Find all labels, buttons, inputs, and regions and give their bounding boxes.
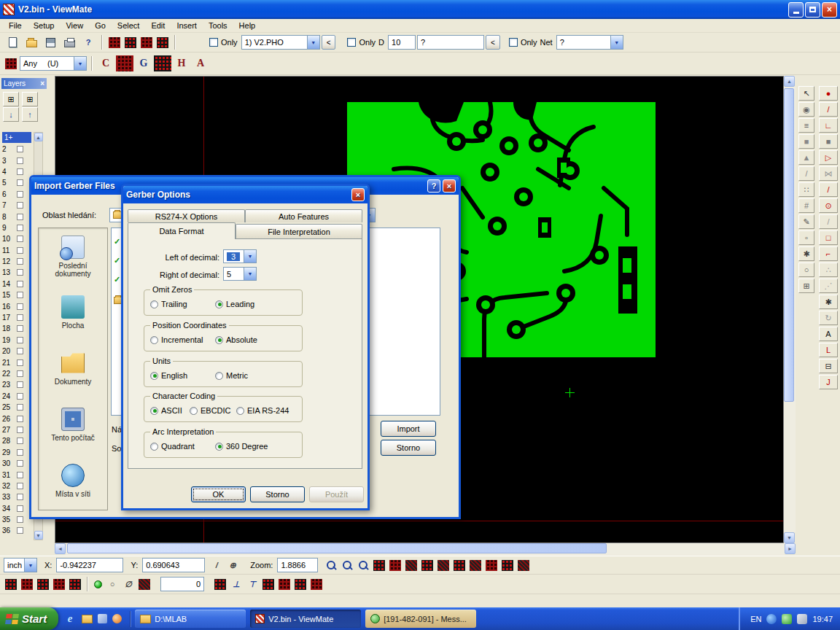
layer-row[interactable]: 4 <box>2 166 33 177</box>
radio-eia-rs244[interactable]: EIA RS-244 <box>236 406 289 415</box>
layer-row[interactable]: 14 <box>2 279 33 289</box>
radio-incremental[interactable]: Incremental <box>150 335 203 344</box>
edge-mark-icon[interactable] <box>21 579 33 590</box>
pad-mode-icon[interactable] <box>69 579 81 590</box>
pan-mode-icon[interactable] <box>486 560 497 571</box>
only-dcode-checkbox[interactable] <box>347 38 356 47</box>
layer-visibility-box[interactable] <box>17 337 23 343</box>
menu-item[interactable]: Insert <box>171 20 203 31</box>
layer-row[interactable]: 24 <box>2 391 33 402</box>
layer-row[interactable]: 15 <box>2 289 33 300</box>
pad-draw-icon[interactable]: ● <box>819 86 838 101</box>
messenger-tray-icon[interactable] <box>782 614 792 624</box>
chevron-down-icon[interactable]: ▼ <box>307 36 319 49</box>
tab-auto-features[interactable]: Auto Features <box>245 209 362 222</box>
trace-draw-icon[interactable]: / <box>819 102 838 117</box>
origin-icon[interactable]: ⊕ <box>227 560 238 571</box>
apply-button[interactable]: Použít <box>309 486 364 502</box>
plot-icon[interactable]: ⊟ <box>819 359 838 373</box>
layer-visibility-box[interactable] <box>17 404 23 411</box>
layer-visibility-box[interactable] <box>17 191 23 198</box>
only-net-checkbox[interactable] <box>509 38 518 47</box>
layer-visibility-box[interactable] <box>17 303 23 310</box>
layer-row[interactable]: 9 <box>2 222 33 233</box>
cancel-button[interactable]: Storno <box>381 440 436 456</box>
place-desktop[interactable]: Plocha <box>39 284 107 341</box>
pad-mark-icon[interactable] <box>295 579 306 590</box>
layer-row[interactable]: 11 <box>2 245 33 256</box>
l-tool-icon[interactable]: L <box>819 343 838 357</box>
chevron-down-icon[interactable]: ▼ <box>24 559 36 572</box>
layer-row[interactable]: 8 <box>2 211 33 222</box>
layer-row[interactable]: 29 <box>2 447 33 458</box>
place-network[interactable]: Místa v síti <box>39 453 107 509</box>
show-desktop-icon[interactable] <box>98 614 107 623</box>
layer-row[interactable]: 21 <box>2 357 33 368</box>
help-icon[interactable]: ? <box>427 179 440 192</box>
layer-row[interactable]: 12 <box>2 256 33 267</box>
layer-row[interactable]: 32 <box>2 481 33 491</box>
layer-table-icon[interactable]: ⊞ <box>3 92 19 106</box>
layer-row[interactable]: 33 <box>2 491 33 502</box>
dot-grid-icon[interactable] <box>214 579 226 590</box>
corner-draw-icon[interactable]: ∟ <box>819 118 838 133</box>
menu-item[interactable]: Tools <box>203 20 233 31</box>
anchor-up-icon[interactable]: ⊤ <box>246 579 258 590</box>
layer-visibility-box[interactable] <box>17 393 23 400</box>
menu-item[interactable]: View <box>60 20 89 31</box>
gerber-dialog-titlebar[interactable]: Gerber Options × <box>123 186 368 203</box>
layer-visibility-box[interactable] <box>17 494 23 500</box>
radio-leading[interactable]: Leading <box>215 300 254 308</box>
grid-display-icon[interactable] <box>373 560 385 571</box>
hatch-icon[interactable]: # <box>798 198 814 213</box>
overlay-icon[interactable] <box>502 560 513 571</box>
print-icon[interactable] <box>61 34 78 50</box>
circle-aperture-icon[interactable]: C <box>97 55 114 71</box>
aperture-table-icon[interactable] <box>109 37 120 48</box>
layer-row[interactable]: 36 <box>2 525 33 536</box>
volume-tray-icon[interactable] <box>797 614 807 624</box>
move-layer-up-icon[interactable]: ↑ <box>22 107 38 122</box>
context-help-icon[interactable]: ? <box>79 34 97 50</box>
mirror-icon[interactable]: ⋈ <box>819 166 838 181</box>
layer-visibility-box[interactable] <box>17 527 23 534</box>
filled-square-icon[interactable]: ■ <box>798 134 814 149</box>
layer-visibility-box[interactable] <box>17 472 23 478</box>
measure-diagonal-icon[interactable]: / <box>211 560 222 571</box>
layer-row[interactable]: 28 <box>2 435 33 446</box>
step-repeat-icon[interactable] <box>470 560 481 571</box>
radio-ascii[interactable]: ASCII <box>150 406 182 415</box>
chevron-down-icon[interactable]: ▼ <box>610 36 623 49</box>
layer-visibility-box[interactable] <box>17 146 23 152</box>
layer-row[interactable]: 35 <box>2 514 33 525</box>
layer-visibility-box[interactable] <box>17 202 23 209</box>
scroll-down-icon[interactable]: ▼ <box>34 531 43 540</box>
anchor-down-icon[interactable]: ⊥ <box>230 579 242 590</box>
radio-absolute[interactable]: Absolute <box>215 335 257 344</box>
layer-visibility-box[interactable] <box>17 449 23 456</box>
hscroll-thumb[interactable] <box>67 543 607 553</box>
menu-item[interactable]: Help <box>233 20 262 31</box>
place-my-computer[interactable]: Tento počítač <box>39 397 107 453</box>
net-combo[interactable]: ? ▼ <box>556 35 623 50</box>
zoom-field[interactable]: 1.8866 <box>277 558 318 572</box>
net-table-icon[interactable] <box>157 37 168 48</box>
via-mark-icon[interactable] <box>279 579 290 590</box>
scroll-up-icon[interactable]: ▲ <box>784 76 795 87</box>
layer-row[interactable]: 18 <box>2 323 33 334</box>
trace-mark-icon[interactable] <box>311 579 322 590</box>
restore-button[interactable] <box>805 2 820 18</box>
language-indicator[interactable]: EN <box>750 615 761 623</box>
menu-item[interactable]: Edit <box>145 20 171 31</box>
layer-row[interactable]: 25 <box>2 402 33 413</box>
layer-row[interactable]: 5 <box>2 177 33 188</box>
measure-box-icon[interactable]: ⊞ <box>798 279 814 293</box>
layer-row[interactable]: 23 <box>2 379 33 390</box>
place-recent-documents[interactable]: Poslední dokumenty <box>39 228 107 284</box>
y-coordinate-field[interactable]: 0.690643 <box>142 558 205 572</box>
cancel-button[interactable]: Storno <box>250 486 305 502</box>
film-pos-icon[interactable] <box>438 560 449 571</box>
layer-row[interactable]: 6 <box>2 189 33 200</box>
close-icon[interactable]: × <box>40 79 44 88</box>
null-aperture-icon[interactable]: ∅ <box>122 579 134 590</box>
